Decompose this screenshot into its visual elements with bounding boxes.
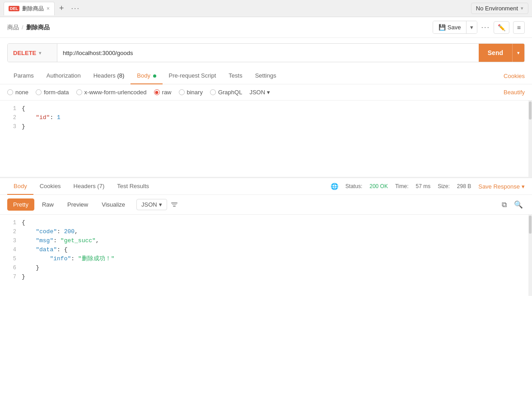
breadcrumb-current: 删除商品 xyxy=(26,23,50,32)
url-bar: DELETE ▾ Send ▾ xyxy=(7,43,525,62)
resp-line-4: 4 "data": { xyxy=(0,245,532,254)
method-label: DELETE xyxy=(13,50,36,56)
line-content: "msg": "get_succ", xyxy=(22,236,532,245)
body-type-urlencoded[interactable]: x-www-form-urlencoded xyxy=(76,89,147,96)
line-number: 7 xyxy=(0,272,22,281)
line-content: "code": 200, xyxy=(22,227,532,236)
format-selector[interactable]: JSON ▾ xyxy=(249,89,270,96)
response-format-label: JSON xyxy=(141,201,157,208)
method-selector[interactable]: DELETE ▾ xyxy=(8,44,57,62)
resp-line-3: 3 "msg": "get_succ", xyxy=(0,236,532,245)
tab-body[interactable]: Body xyxy=(131,68,162,84)
view-tab-visualize[interactable]: Visualize xyxy=(96,198,131,211)
save-response-label: Save Response xyxy=(478,183,520,190)
line-number: 1 xyxy=(0,104,22,113)
send-button[interactable]: Send xyxy=(479,44,512,62)
text-button[interactable]: ≡ xyxy=(513,21,525,34)
active-tab[interactable]: DEL 删除商品 × xyxy=(4,2,55,15)
response-body-viewer: 1 { 2 "code": 200, 3 "msg": "get_succ", … xyxy=(0,215,532,296)
request-tabs: Params Authorization Headers (8) Body Pr… xyxy=(0,68,532,84)
line-content: } xyxy=(22,272,532,281)
breadcrumb-bar: 商品 / 删除商品 💾 Save ▾ ··· ✏️ ≡ xyxy=(0,17,532,38)
body-type-raw[interactable]: raw xyxy=(154,89,172,96)
line-content: } xyxy=(22,263,532,272)
status-value: 200 OK xyxy=(369,183,388,189)
body-type-graphql-label: GraphQL xyxy=(218,89,242,96)
breadcrumb-parent[interactable]: 商品 xyxy=(7,23,19,32)
response-tabs-bar: Body Cookies Headers (7) Test Results 🌐 … xyxy=(0,178,532,195)
tab-tests[interactable]: Tests xyxy=(222,68,248,84)
resp-line-1: 1 { xyxy=(0,218,532,227)
environment-label: No Environment xyxy=(476,5,518,12)
line-number: 5 xyxy=(0,254,22,263)
line-content: "id": 1 xyxy=(22,113,532,122)
tab-method-badge: DEL xyxy=(9,6,19,11)
save-label: Save xyxy=(448,24,461,31)
time-label: Time: xyxy=(395,183,409,189)
resp-line-7: 7 } xyxy=(0,272,532,281)
radio-binary xyxy=(179,89,185,95)
code-line-3: 3 } xyxy=(0,122,532,131)
line-number: 4 xyxy=(0,245,22,254)
breadcrumb-separator: / xyxy=(22,24,23,31)
save-response-button[interactable]: Save Response ▾ xyxy=(478,183,525,190)
body-active-indicator xyxy=(153,74,156,78)
more-options-button[interactable]: ··· xyxy=(481,23,490,32)
body-type-urlencoded-label: x-www-form-urlencoded xyxy=(84,89,147,96)
time-value: 57 ms xyxy=(415,183,430,189)
tab-authorization[interactable]: Authorization xyxy=(40,68,87,84)
line-content: "data": { xyxy=(22,245,532,254)
new-tab-button[interactable]: + xyxy=(56,4,68,13)
tab-params[interactable]: Params xyxy=(7,68,40,84)
resp-tab-body[interactable]: Body xyxy=(7,178,33,195)
response-view-tabs: Pretty Raw Preview Visualize JSON ▾ ⧉ 🔍 xyxy=(0,195,532,215)
view-tab-pretty[interactable]: Pretty xyxy=(7,198,34,211)
line-content: { xyxy=(22,218,532,227)
line-number: 2 xyxy=(0,227,22,236)
line-number: 3 xyxy=(0,122,22,131)
tab-settings[interactable]: Settings xyxy=(249,68,283,84)
close-icon[interactable]: × xyxy=(47,5,50,12)
scrollbar-thumb xyxy=(529,216,532,234)
search-button[interactable]: 🔍 xyxy=(512,198,525,211)
resp-tab-test-results[interactable]: Test Results xyxy=(111,178,155,195)
save-button[interactable]: 💾 Save xyxy=(433,21,467,33)
body-type-binary[interactable]: binary xyxy=(179,89,203,96)
save-dropdown-button[interactable]: ▾ xyxy=(466,21,477,33)
send-dropdown-button[interactable]: ▾ xyxy=(513,44,524,62)
request-body-editor[interactable]: 1 { 2 "id": 1 3 } xyxy=(0,101,532,177)
view-tab-raw[interactable]: Raw xyxy=(36,198,60,211)
filter-icon[interactable] xyxy=(171,201,178,208)
resp-tab-headers[interactable]: Headers (7) xyxy=(67,178,111,195)
response-scrollbar[interactable] xyxy=(528,215,532,296)
line-number: 3 xyxy=(0,236,22,245)
tab-headers[interactable]: Headers (8) xyxy=(87,68,131,84)
beautify-button[interactable]: Beautify xyxy=(504,89,525,96)
format-label: JSON xyxy=(249,89,265,96)
body-type-binary-label: binary xyxy=(187,89,203,96)
response-format-selector[interactable]: JSON ▾ xyxy=(136,199,167,210)
code-line-2: 2 "id": 1 xyxy=(0,113,532,122)
resp-line-5: 5 "info": "删除成功！" xyxy=(0,254,532,263)
url-input[interactable] xyxy=(57,44,479,62)
editor-scrollbar[interactable] xyxy=(528,101,532,177)
line-content: { xyxy=(22,104,532,113)
radio-form-data xyxy=(36,89,42,95)
body-type-graphql[interactable]: GraphQL xyxy=(210,89,242,96)
cookies-link[interactable]: Cookies xyxy=(504,68,525,84)
code-line-1: 1 { xyxy=(0,104,532,113)
tabs-overflow-icon[interactable]: ··· xyxy=(68,5,84,13)
tab-bar: DEL 删除商品 × + ··· No Environment ▾ xyxy=(0,0,532,17)
edit-button[interactable]: ✏️ xyxy=(494,21,509,34)
view-tab-preview[interactable]: Preview xyxy=(61,198,94,211)
resp-tab-cookies[interactable]: Cookies xyxy=(33,178,67,195)
environment-selector[interactable]: No Environment ▾ xyxy=(471,3,528,14)
size-value: 298 B xyxy=(457,183,471,189)
copy-button[interactable]: ⧉ xyxy=(500,199,509,211)
resp-line-2: 2 "code": 200, xyxy=(0,227,532,236)
line-number: 1 xyxy=(0,218,22,227)
body-type-none[interactable]: none xyxy=(7,89,28,96)
tab-pre-request[interactable]: Pre-request Script xyxy=(163,68,223,84)
body-type-form-data[interactable]: form-data xyxy=(36,89,69,96)
response-section: Body Cookies Headers (7) Test Results 🌐 … xyxy=(0,177,532,296)
